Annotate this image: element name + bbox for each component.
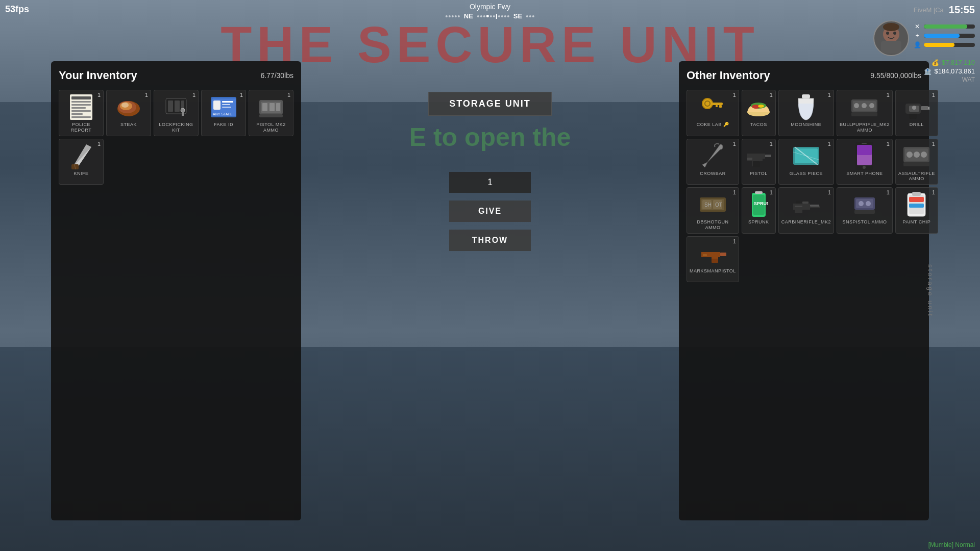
stamina-bar-bg — [924, 43, 975, 47]
armor-bar-bg — [924, 34, 975, 38]
svg-rect-34 — [276, 103, 280, 111]
item-tacos[interactable]: 1 TACOS — [742, 90, 776, 136]
your-inventory-grid: 1 POLICE REPORT 1 — [59, 90, 293, 185]
pistol-ammo-icon — [257, 94, 285, 120]
svg-rect-10 — [71, 110, 91, 112]
svg-rect-64 — [747, 158, 752, 160]
svg-point-53 — [862, 103, 867, 108]
fake-id-label: FAKE ID — [214, 122, 233, 128]
item-snspistol-ammo[interactable]: 1 SNSPISTOL AMMO — [837, 187, 893, 234]
svg-rect-49 — [802, 94, 810, 98]
tacos-icon — [745, 94, 773, 120]
svg-rect-12 — [71, 116, 91, 118]
carbinerifle-count: 1 — [828, 189, 831, 195]
glass-count: 1 — [828, 141, 831, 147]
player-hud: ✕ + 👤 — [873, 20, 975, 56]
compass-pip — [455, 15, 457, 17]
item-moonshine[interactable]: 1 MOONSHINE — [778, 90, 834, 136]
assaultrifle-ammo-count: 1 — [932, 141, 935, 147]
server-label: FiveM |Ca — [914, 6, 944, 14]
glass-piece-icon — [792, 143, 820, 169]
svg-rect-19 — [175, 101, 180, 112]
svg-rect-26 — [222, 101, 233, 103]
svg-text:ANY STATE: ANY STATE — [213, 112, 232, 116]
item-fake-id[interactable]: 1 ANY STATE FAKE ID — [201, 90, 246, 136]
carbinerifle-icon — [792, 192, 820, 217]
pistol-label: PISTOL — [750, 171, 768, 177]
moonshine-label: MOONSHINE — [791, 122, 821, 128]
coke-lab-label: COKE LAB 🔑 — [697, 122, 729, 128]
item-police-report[interactable]: 1 POLICE REPORT — [59, 90, 104, 136]
item-marksmanpistol[interactable]: 1 MARKSMANPISTOL — [687, 236, 739, 282]
crowbar-label: CROWBAR — [700, 171, 726, 177]
item-knife[interactable]: 1 KNIFE — [59, 139, 104, 185]
player-avatar — [873, 20, 909, 56]
fake-id-count: 1 — [240, 92, 243, 98]
compass-pip — [490, 15, 492, 17]
item-paint-chip[interactable]: 1 PAINT CHIP — [895, 187, 938, 234]
svg-rect-93 — [796, 201, 800, 204]
paint-chip-icon — [902, 192, 930, 217]
svg-rect-18 — [168, 101, 173, 112]
svg-rect-55 — [851, 112, 877, 116]
steak-icon — [115, 94, 143, 120]
item-pistol[interactable]: 1 PISTOL — [742, 139, 776, 185]
quantity-input[interactable] — [449, 172, 531, 193]
svg-rect-44 — [716, 105, 718, 107]
marksmanpistol-icon — [699, 241, 727, 266]
bank-amount: $184,073,861 — [934, 67, 975, 75]
compass-tick — [496, 14, 497, 19]
svg-point-48 — [758, 105, 764, 108]
throw-button[interactable]: THROW — [449, 230, 531, 251]
item-dbshotgun-ammo[interactable]: 1 SH OT DBSHOTGUN AMMO — [687, 187, 739, 234]
smart-phone-label: SMART PHONE — [846, 171, 883, 177]
compass-se: SE — [510, 12, 525, 20]
svg-rect-63 — [753, 161, 760, 167]
cash-amount: $7,817,110 — [942, 59, 975, 66]
dbshotgun-ammo-label: DBSHOTGUN AMMO — [690, 219, 736, 231]
item-smart-phone[interactable]: 1 SMART PHONE — [837, 139, 893, 185]
compass-ne: NE — [461, 12, 476, 20]
snspistol-ammo-label: SNSPISTOL AMMO — [842, 219, 887, 225]
item-coke-lab[interactable]: 1 COKE LAB 🔑 — [687, 90, 739, 136]
svg-marker-36 — [72, 144, 91, 167]
other-inventory-title: Other Inventory — [687, 69, 770, 82]
bullpup-ammo-label: BULLPUPRIFLE_MK2 AMMO — [840, 122, 890, 133]
compass-pip-active — [486, 15, 489, 17]
snspistol-ammo-count: 1 — [887, 189, 890, 195]
bank-icon: 🏦 — [924, 68, 932, 75]
svg-text:SPRUNK: SPRUNK — [754, 201, 768, 206]
health-bar-fill — [924, 24, 967, 29]
item-lockpicking-kit[interactable]: 1 LOCKPICKING KIT — [154, 90, 199, 136]
other-inventory-weight: 9.55/800,000lbs — [870, 71, 921, 80]
svg-point-78 — [914, 152, 920, 158]
svg-rect-33 — [270, 103, 275, 111]
wat-label: WAT — [924, 76, 975, 83]
health-icon: ✕ — [913, 23, 921, 30]
item-glass-piece[interactable]: 1 GLASS PIECE — [778, 139, 834, 185]
minimap-area: Olympic Fwy NE SE — [446, 3, 534, 20]
item-drill[interactable]: 1 DRILL — [895, 90, 938, 136]
give-button[interactable]: GIVE — [449, 201, 531, 222]
item-sprunk[interactable]: 1 SPRUNK SPRUNK — [742, 187, 776, 234]
sprunk-count: 1 — [770, 189, 773, 195]
item-bullpup-ammo[interactable]: 1 BULLPUPRIFLE_MK2 AMMO — [837, 90, 893, 136]
item-crowbar[interactable]: 1 CROWBAR — [687, 139, 739, 185]
svg-rect-99 — [854, 210, 875, 214]
storage-side-label: storage unit — [927, 264, 935, 317]
cash-icon: 💰 — [932, 59, 939, 66]
item-carbinerifle-mk2[interactable]: 1 CARBINERIFLE_MK2 — [778, 187, 834, 234]
item-pistol-mk2-ammo[interactable]: 1 PISTOL MK2 AMMO — [249, 90, 293, 136]
storage-unit-label: STORAGE UNIT — [449, 98, 531, 109]
other-inventory-grid: 1 COKE LAB 🔑 1 — [687, 90, 921, 282]
lockpicking-count: 1 — [192, 92, 195, 98]
svg-rect-59 — [928, 107, 929, 110]
compass-bar: NE SE — [446, 12, 534, 20]
svg-point-16 — [121, 103, 129, 108]
svg-rect-6 — [71, 96, 91, 99]
item-steak[interactable]: 1 STEAK — [106, 90, 151, 136]
svg-point-4 — [883, 23, 899, 31]
svg-rect-7 — [71, 101, 91, 103]
item-assaultrifle-ammo[interactable]: 1 ASSAULTRIFLE AMMO — [895, 139, 938, 185]
crowbar-count: 1 — [733, 141, 736, 147]
